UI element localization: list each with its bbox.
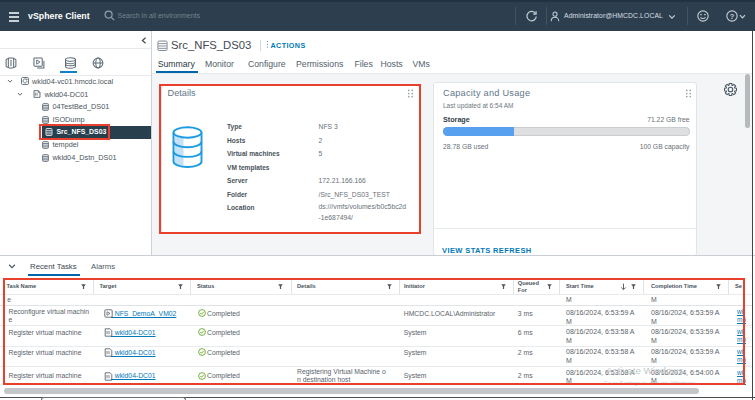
svg-text:?: ? <box>729 11 734 20</box>
